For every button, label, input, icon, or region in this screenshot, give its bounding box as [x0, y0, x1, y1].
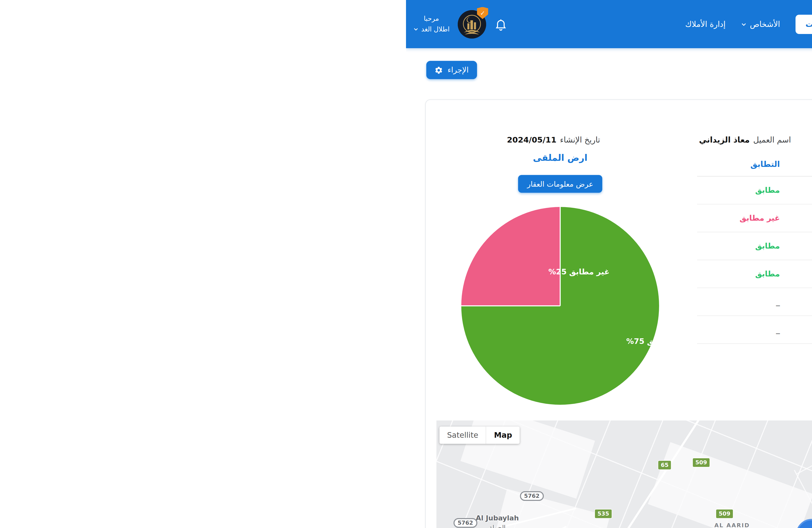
cell-offer: 1,080,000 ريال — [784, 204, 812, 232]
map-place-label: AL AARID — [714, 522, 750, 528]
view-property-button[interactable]: عرض معلومات العقار — [518, 175, 603, 193]
client-name-value: معاذ الزيداني — [699, 135, 750, 145]
col-match: التطابق — [697, 153, 784, 176]
pie-separator — [560, 207, 561, 306]
map-toggle[interactable]: Map — [487, 427, 520, 444]
client-name: اسم العميل معاذ الزيداني — [699, 135, 791, 145]
gear-icon — [434, 66, 443, 74]
user-area: ✓ مرحبا اطلال الغد — [413, 0, 507, 48]
match-pie-chart: غير مطابق%25 مطابق%75 — [461, 207, 659, 405]
cell-match: مطابق — [697, 232, 784, 260]
nav-item-people[interactable]: الأشخاص — [741, 19, 780, 29]
cell-offer: أرض سكنية — [784, 232, 812, 260]
nav-menu: العروض لوحة المعلومات الطلبات الأشخاص إد… — [685, 0, 812, 48]
chevron-down-icon — [741, 21, 747, 27]
pie-separator — [461, 305, 560, 306]
action-button[interactable]: الإجراء — [426, 61, 477, 79]
nav-item-requests[interactable]: الطلبات — [795, 14, 812, 34]
account-name: اطلال الغد — [421, 24, 450, 34]
greeting-block[interactable]: مرحبا اطلال الغد — [413, 14, 450, 34]
map[interactable]: 65 509 539 5333 539 509 5762 5762 535 55… — [436, 421, 812, 528]
property-title: ارض الملقى — [441, 153, 679, 163]
cell-match: مطابق — [697, 176, 784, 204]
table-row: نوع العروض شراء بيع مطابق — [697, 260, 812, 288]
table-row: المساحة من 500 م² الى 1,200 م² 800 م² مط… — [697, 176, 812, 204]
app-root: العروض لوحة المعلومات الطلبات الأشخاص إد… — [406, 0, 812, 528]
notifications-bell-icon[interactable] — [494, 17, 507, 31]
cell-match: _ — [697, 316, 784, 343]
pie-label-no-match: غير مطابق%25 — [548, 267, 609, 276]
cell-offer: test — [784, 316, 812, 343]
map-type-control: Satellite Map — [439, 427, 520, 444]
road-shield: 509 — [716, 509, 734, 518]
road-shield: 65 — [658, 460, 672, 470]
table-row: تفاصيل يفضل تكون على شارعين test _ — [697, 316, 812, 343]
action-button-label: الإجراء — [448, 65, 469, 75]
road-shield: 5762 — [453, 518, 477, 528]
road-shield: 509 — [692, 458, 710, 467]
client-name-label: اسم العميل — [753, 135, 791, 145]
compare-heading-row: مقارنة معلومات الطلب مع عقارات كوكب جارو — [436, 384, 812, 396]
creation-date: تاريخ الإنشاء 2024/05/11 — [507, 135, 600, 145]
request-details-card: مشاركة العقار المحدد مع العميل مشاركة مع… — [425, 99, 812, 528]
map-place-label: Al Jubaylah — [476, 514, 519, 522]
page-head: تفاصيل الطلب الإجراء — [426, 60, 812, 84]
nav-item-people-label: الأشخاص — [750, 19, 780, 29]
nav-item-property-management[interactable]: إدارة الأملاك — [685, 19, 726, 29]
cell-offer: بيع — [784, 260, 812, 288]
compare-subtitle: اختر عقار من الخريطة لمقارنة مدى توافق م… — [436, 404, 812, 414]
cell-match: _ — [697, 288, 784, 316]
road-shield: 535 — [594, 509, 612, 518]
table-row: وجود انترنت لا يوجد نعم _ — [697, 288, 812, 316]
road-shield: 5762 — [520, 491, 543, 501]
satellite-toggle[interactable]: Satellite — [439, 427, 486, 444]
col-offer: العروض — [784, 153, 812, 176]
pie-label-match: مطابق%75 — [626, 337, 671, 346]
cell-match: غير مطابق — [697, 204, 784, 232]
creation-date-value: 2024/05/11 — [507, 135, 556, 145]
map-place-label: الجبيلة — [489, 524, 506, 528]
cell-match: مطابق — [697, 260, 784, 288]
chevron-down-icon — [413, 26, 419, 32]
cell-offer: 800 م² — [784, 176, 812, 204]
table-header-row: الحقل الطلب العروض التطابق — [697, 153, 812, 176]
table-row: نوع العقار أرض سكنية أرض سكنية مطابق — [697, 232, 812, 260]
matched-property-panel: ارض الملقى عرض معلومات العقار غير مطابق%… — [441, 153, 679, 405]
navbar: العروض لوحة المعلومات الطلبات الأشخاص إد… — [406, 0, 812, 48]
greeting-text: مرحبا — [413, 14, 450, 24]
avatar[interactable]: ✓ — [458, 10, 486, 38]
creation-date-label: تاريخ الإنشاء — [560, 135, 600, 145]
table-row: السعر من 3,500,000 ريال الى 5,500,000 ري… — [697, 204, 812, 232]
cell-offer: نعم — [784, 288, 812, 316]
request-info-row: تم الإنشاء بواسطة اشرف رقم جوال العميل 0… — [507, 131, 812, 149]
compare-section: مقارنة معلومات الطلب مع عقارات كوكب جارو… — [436, 384, 812, 414]
comparison-table: الحقل الطلب العروض التطابق المساحة من 50… — [697, 153, 812, 344]
